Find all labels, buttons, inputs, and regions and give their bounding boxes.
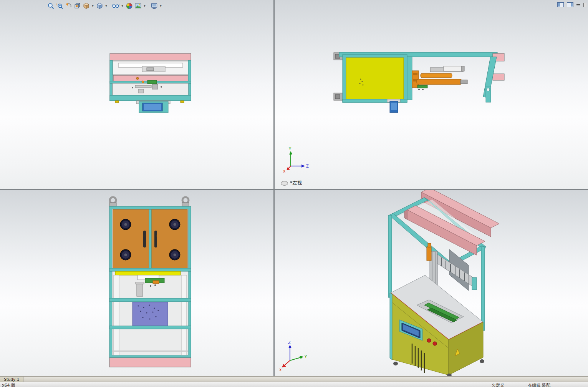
left-view-model[interactable] [334, 52, 504, 113]
front-view-drawing [0, 190, 273, 376]
axis-x-label: X [279, 368, 282, 372]
study-tab-label: Study 1 [4, 377, 19, 382]
viewport-top-view[interactable] [0, 0, 273, 189]
viewport-left-view[interactable]: Y Z X *左视 [275, 0, 588, 189]
partial-window-icon[interactable] [583, 3, 586, 7]
isometric-model[interactable] [388, 190, 499, 376]
statusbar-edit-mode: 在编辑 装配 [528, 382, 551, 387]
viewport-front-view[interactable] [0, 190, 273, 376]
front-view-model[interactable] [109, 197, 191, 367]
apply-scene-icon[interactable] [134, 2, 142, 10]
fan-icon [120, 219, 131, 230]
tab-study-1[interactable]: Study 1 [0, 377, 23, 382]
triad-left-view: Y Z X [283, 147, 309, 173]
status-bar: x64 版 欠定义 在编辑 装配 [0, 382, 588, 387]
view-orientation-icon[interactable] [82, 2, 90, 10]
top-view-drawing [0, 0, 273, 189]
display-style-icon[interactable] [96, 2, 103, 10]
heads-up-view-toolbar: ▾ ▾ ▾ ▾ ▾ [47, 2, 162, 10]
display-style-dropdown-icon[interactable]: ▾ [104, 4, 108, 8]
fan-icon [169, 249, 180, 260]
solidworks-four-view-workspace: Y Z X *左视 [0, 0, 588, 387]
view-settings-icon[interactable] [150, 2, 158, 10]
zoom-to-area-icon[interactable] [56, 2, 63, 10]
top-view-model[interactable] [110, 53, 191, 113]
axis-x-label: X [283, 169, 285, 173]
isometric-drawing: Z Y X [275, 190, 588, 376]
view-orientation-dropdown-icon[interactable]: ▾ [91, 4, 94, 8]
view-label-text: *左视 [290, 180, 302, 186]
edit-appearance-icon[interactable] [125, 2, 133, 10]
axis-z-label: Z [288, 340, 291, 345]
zoom-to-fit-icon[interactable] [47, 2, 55, 10]
left-view-drawing: Y Z X [275, 0, 588, 189]
pane-maximize-icon[interactable] [567, 2, 573, 7]
minimize-icon[interactable] [576, 4, 580, 5]
purple-fixture-plate[interactable] [133, 302, 168, 326]
view-label-badge-icon [281, 181, 288, 186]
control-screen-top[interactable] [136, 101, 170, 113]
statusbar-app-version-text: x64 版 [2, 382, 15, 387]
previous-view-icon[interactable] [65, 2, 72, 10]
viewport-divider-horizontal[interactable] [0, 189, 588, 190]
pane-split-icon[interactable] [557, 2, 564, 7]
view-orientation-label: *左视 [281, 180, 302, 186]
viewport-isometric-view[interactable]: Z Y X [275, 190, 588, 376]
viewport-divider-vertical[interactable] [273, 0, 275, 376]
apply-scene-dropdown-icon[interactable]: ▾ [143, 4, 146, 8]
axis-z-label: Z [306, 164, 309, 168]
control-screen-left[interactable] [387, 99, 400, 113]
hide-show-items-dropdown-icon[interactable]: ▾ [121, 4, 124, 8]
fan-icon [169, 219, 180, 230]
triad-isometric: Z Y X [279, 340, 307, 372]
section-view-icon[interactable] [73, 2, 81, 10]
view-settings-dropdown-icon[interactable]: ▾ [159, 4, 162, 8]
motion-study-tab-bar: Study 1 [0, 376, 588, 382]
axis-y-label: Y [288, 147, 292, 151]
upper-doors[interactable] [113, 209, 187, 268]
pane-controls [557, 2, 586, 7]
statusbar-constraint-status: 欠定义 [492, 382, 504, 387]
fan-icon [120, 249, 131, 260]
hide-show-items-icon[interactable] [112, 2, 119, 10]
axis-y-label: Y [304, 355, 307, 359]
